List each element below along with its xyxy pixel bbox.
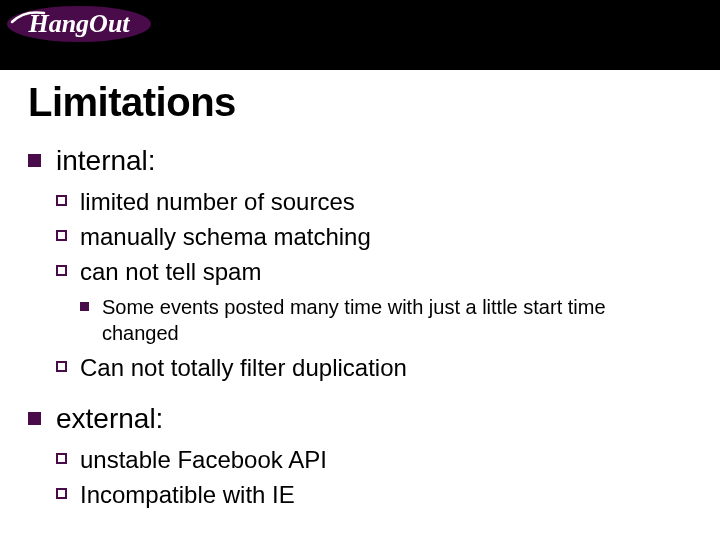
section-internal: internal: limited number of sources manu… (28, 143, 720, 383)
content-list: internal: limited number of sources manu… (28, 143, 720, 510)
section-external: external: unstable Facebook API Incompat… (28, 401, 720, 510)
hangout-logo: HangOut (4, 2, 154, 46)
section-heading: external: (56, 403, 163, 434)
slide-title: Limitations (28, 80, 720, 125)
external-items: unstable Facebook API Incompatible with … (56, 444, 720, 510)
list-item: unstable Facebook API (56, 444, 720, 475)
subitem-text: Some events posted many time with just a… (102, 296, 606, 344)
sub-item: Some events posted many time with just a… (80, 294, 662, 346)
spam-subitems: Some events posted many time with just a… (80, 294, 720, 346)
list-item: limited number of sources (56, 186, 720, 217)
list-item: Can not totally filter duplication (56, 352, 720, 383)
item-text: Can not totally filter duplication (80, 354, 407, 381)
internal-items: limited number of sources manually schem… (56, 186, 720, 383)
list-item: can not tell spam Some events posted man… (56, 256, 720, 345)
item-text: can not tell spam (80, 258, 261, 285)
list-item: manually schema matching (56, 221, 720, 252)
header-bar: HangOut (0, 0, 720, 70)
item-text: manually schema matching (80, 223, 371, 250)
item-text: limited number of sources (80, 188, 355, 215)
item-text: unstable Facebook API (80, 446, 327, 473)
list-item: Incompatible with IE (56, 479, 720, 510)
section-heading: internal: (56, 145, 156, 176)
item-text: Incompatible with IE (80, 481, 295, 508)
